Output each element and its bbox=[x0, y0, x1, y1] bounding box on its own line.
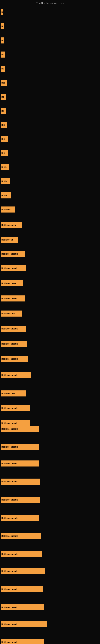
bar-label-14: Bottle bbox=[1, 194, 7, 196]
bar-label-31: Bottleneck result bbox=[1, 446, 18, 448]
bar-label-3: Bo bbox=[1, 40, 4, 42]
bar-label-10: Bott bbox=[1, 138, 5, 140]
bar-label-33: Bottleneck result bbox=[1, 480, 18, 483]
bar-item-35: Bottleneck result bbox=[1, 515, 39, 521]
bar-item-37: Bottleneck result bbox=[1, 551, 42, 557]
bar-label-2: B bbox=[1, 25, 3, 28]
bar-item-28: Bottleneck result bbox=[1, 405, 30, 411]
site-title: TheBottlenecker.com bbox=[0, 0, 100, 6]
bar-item-42: Bottleneck result bbox=[1, 639, 44, 644]
bar-item-31: Bottleneck result bbox=[1, 444, 39, 450]
bar-item-38: Bottleneck result bbox=[1, 568, 45, 574]
bar-label-37: Bottleneck result bbox=[1, 553, 18, 555]
bar-item-6: Bott bbox=[1, 80, 7, 86]
bar-item-13: Bottle bbox=[1, 178, 10, 184]
bar-label-8: Bo bbox=[1, 110, 4, 112]
bar-label-22: Bottleneck res bbox=[1, 312, 15, 315]
bar-label-42: Bottleneck result bbox=[1, 641, 18, 644]
bar-item-12: Bottle bbox=[1, 164, 9, 170]
bar-item-1: B bbox=[1, 9, 3, 15]
bar-item-20: Bottleneck resu bbox=[1, 280, 23, 286]
bar-item-22: Bottleneck res bbox=[1, 310, 22, 316]
bar-item-16: Bottleneck resu bbox=[1, 222, 22, 228]
bar-label-9: Bott bbox=[1, 124, 5, 126]
bar-label-39: Bottleneck result bbox=[1, 588, 18, 590]
bar-item-3: Bo bbox=[1, 38, 4, 44]
bar-label-4: Bo bbox=[1, 54, 4, 56]
bar-item-18: Bottleneck result bbox=[1, 251, 25, 257]
bar-item-25: Bottleneck result bbox=[1, 356, 28, 362]
bar-item-27: Bottleneck res bbox=[1, 390, 26, 396]
bar-item-23: Bottleneck result bbox=[1, 326, 26, 332]
bar-label-6: Bott bbox=[1, 82, 5, 84]
bar-item-24: Bottleneck result bbox=[1, 341, 27, 347]
bar-label-29: Bottleneck result bbox=[1, 422, 18, 424]
bar-label-23: Bottleneck result bbox=[1, 328, 18, 330]
bar-item-8: Bo bbox=[1, 108, 6, 114]
bar-item-2: B bbox=[1, 23, 3, 30]
bar-item-21: Bottleneck result bbox=[1, 296, 25, 302]
bar-label-1: B bbox=[1, 11, 2, 14]
bar-label-40: Bottleneck result bbox=[1, 606, 18, 608]
bar-item-5: Bo bbox=[1, 66, 5, 72]
bar-label-30: Bottleneck result bbox=[1, 428, 18, 430]
bar-label-24: Bottleneck result bbox=[1, 343, 18, 345]
bar-label-26: Bottleneck result bbox=[1, 374, 18, 376]
bar-label-13: Bottle bbox=[1, 180, 7, 182]
bar-item-40: Bottleneck result bbox=[1, 604, 44, 610]
bar-item-11: Bott bbox=[1, 150, 8, 156]
bar-label-5: Bo bbox=[1, 68, 4, 70]
bar-label-41: Bottleneck result bbox=[1, 623, 18, 626]
bar-item-19: Bottleneck result bbox=[1, 265, 26, 271]
bar-item-34: Bottleneck result bbox=[1, 497, 40, 503]
bar-label-18: Bottleneck result bbox=[1, 253, 18, 255]
bar-label-17: Bottleneck r bbox=[1, 239, 13, 241]
bar-label-34: Bottleneck result bbox=[1, 499, 18, 501]
bar-item-10: Bott bbox=[1, 136, 8, 142]
bar-label-7: Bo bbox=[1, 96, 4, 98]
bar-label-32: Bottleneck result bbox=[1, 462, 18, 465]
bar-item-26: Bottleneck result bbox=[1, 372, 31, 378]
bar-item-9: Bott bbox=[1, 122, 7, 128]
bar-label-15: Bottleneck bbox=[1, 208, 12, 211]
bar-item-14: Bottle bbox=[1, 192, 11, 198]
bar-label-36: Bottleneck result bbox=[1, 535, 18, 537]
bar-label-27: Bottleneck res bbox=[1, 392, 15, 395]
bar-item-4: Bo bbox=[1, 52, 5, 58]
bar-label-25: Bottleneck result bbox=[1, 358, 18, 360]
bar-label-35: Bottleneck result bbox=[1, 517, 18, 519]
bar-item-32: Bottleneck result bbox=[1, 460, 39, 466]
bar-item-36: Bottleneck result bbox=[1, 533, 41, 539]
bar-item-17: Bottleneck r bbox=[1, 237, 18, 243]
bar-item-39: Bottleneck result bbox=[1, 586, 43, 592]
bar-label-12: Bottle bbox=[1, 166, 7, 168]
bar-label-20: Bottleneck resu bbox=[1, 282, 16, 284]
bar-label-38: Bottleneck result bbox=[1, 570, 18, 572]
bar-item-33: Bottleneck result bbox=[1, 478, 40, 484]
bar-item-41: Bottleneck result bbox=[1, 621, 47, 627]
bar-label-11: Bott bbox=[1, 152, 5, 154]
bar-item-29: Bottleneck result bbox=[1, 420, 30, 426]
bar-label-21: Bottleneck result bbox=[1, 298, 18, 300]
bar-item-7: Bo bbox=[1, 94, 6, 100]
bar-item-30: Bottleneck result bbox=[1, 426, 39, 432]
bar-label-19: Bottleneck result bbox=[1, 267, 18, 270]
bar-item-15: Bottleneck bbox=[1, 206, 15, 212]
bar-label-16: Bottleneck resu bbox=[1, 224, 16, 226]
bar-label-28: Bottleneck result bbox=[1, 407, 18, 409]
